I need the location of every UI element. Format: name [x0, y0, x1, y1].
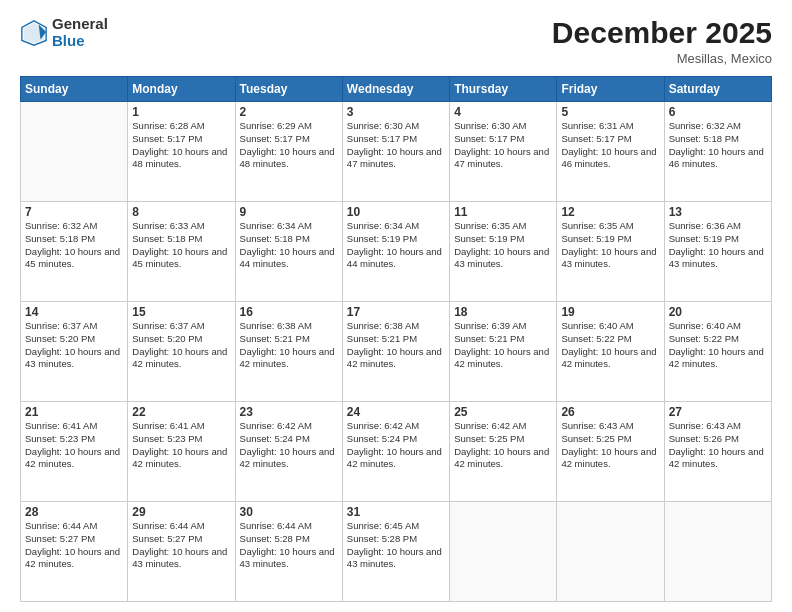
day-info: Sunrise: 6:42 AMSunset: 5:24 PMDaylight:…	[347, 420, 445, 471]
day-info: Sunrise: 6:33 AMSunset: 5:18 PMDaylight:…	[132, 220, 230, 271]
day-number: 27	[669, 405, 767, 419]
calendar-cell: 27Sunrise: 6:43 AMSunset: 5:26 PMDayligh…	[664, 402, 771, 502]
day-number: 15	[132, 305, 230, 319]
day-number: 7	[25, 205, 123, 219]
calendar-cell: 3Sunrise: 6:30 AMSunset: 5:17 PMDaylight…	[342, 102, 449, 202]
calendar-cell	[664, 502, 771, 602]
day-info: Sunrise: 6:29 AMSunset: 5:17 PMDaylight:…	[240, 120, 338, 171]
day-number: 4	[454, 105, 552, 119]
calendar-cell: 28Sunrise: 6:44 AMSunset: 5:27 PMDayligh…	[21, 502, 128, 602]
day-info: Sunrise: 6:43 AMSunset: 5:25 PMDaylight:…	[561, 420, 659, 471]
title-block: December 2025 Mesillas, Mexico	[552, 16, 772, 66]
logo-icon	[20, 19, 48, 47]
calendar-cell: 5Sunrise: 6:31 AMSunset: 5:17 PMDaylight…	[557, 102, 664, 202]
day-number: 20	[669, 305, 767, 319]
calendar-dow-saturday: Saturday	[664, 77, 771, 102]
calendar-cell: 17Sunrise: 6:38 AMSunset: 5:21 PMDayligh…	[342, 302, 449, 402]
calendar-cell: 7Sunrise: 6:32 AMSunset: 5:18 PMDaylight…	[21, 202, 128, 302]
calendar-cell: 18Sunrise: 6:39 AMSunset: 5:21 PMDayligh…	[450, 302, 557, 402]
day-info: Sunrise: 6:35 AMSunset: 5:19 PMDaylight:…	[561, 220, 659, 271]
day-number: 10	[347, 205, 445, 219]
calendar-cell: 14Sunrise: 6:37 AMSunset: 5:20 PMDayligh…	[21, 302, 128, 402]
day-number: 9	[240, 205, 338, 219]
header: General Blue December 2025 Mesillas, Mex…	[20, 16, 772, 66]
calendar-cell: 12Sunrise: 6:35 AMSunset: 5:19 PMDayligh…	[557, 202, 664, 302]
day-info: Sunrise: 6:44 AMSunset: 5:27 PMDaylight:…	[132, 520, 230, 571]
calendar-week-1: 1Sunrise: 6:28 AMSunset: 5:17 PMDaylight…	[21, 102, 772, 202]
calendar-cell: 29Sunrise: 6:44 AMSunset: 5:27 PMDayligh…	[128, 502, 235, 602]
calendar-page: General Blue December 2025 Mesillas, Mex…	[0, 0, 792, 612]
calendar-cell: 2Sunrise: 6:29 AMSunset: 5:17 PMDaylight…	[235, 102, 342, 202]
day-number: 17	[347, 305, 445, 319]
day-info: Sunrise: 6:37 AMSunset: 5:20 PMDaylight:…	[25, 320, 123, 371]
location: Mesillas, Mexico	[552, 51, 772, 66]
calendar-week-2: 7Sunrise: 6:32 AMSunset: 5:18 PMDaylight…	[21, 202, 772, 302]
day-info: Sunrise: 6:30 AMSunset: 5:17 PMDaylight:…	[347, 120, 445, 171]
calendar-cell: 22Sunrise: 6:41 AMSunset: 5:23 PMDayligh…	[128, 402, 235, 502]
day-number: 8	[132, 205, 230, 219]
calendar-cell: 9Sunrise: 6:34 AMSunset: 5:18 PMDaylight…	[235, 202, 342, 302]
day-info: Sunrise: 6:28 AMSunset: 5:17 PMDaylight:…	[132, 120, 230, 171]
day-info: Sunrise: 6:35 AMSunset: 5:19 PMDaylight:…	[454, 220, 552, 271]
day-number: 29	[132, 505, 230, 519]
calendar-cell: 30Sunrise: 6:44 AMSunset: 5:28 PMDayligh…	[235, 502, 342, 602]
day-info: Sunrise: 6:30 AMSunset: 5:17 PMDaylight:…	[454, 120, 552, 171]
calendar-cell: 15Sunrise: 6:37 AMSunset: 5:20 PMDayligh…	[128, 302, 235, 402]
day-number: 23	[240, 405, 338, 419]
day-number: 19	[561, 305, 659, 319]
calendar-week-4: 21Sunrise: 6:41 AMSunset: 5:23 PMDayligh…	[21, 402, 772, 502]
calendar-table: SundayMondayTuesdayWednesdayThursdayFrid…	[20, 76, 772, 602]
calendar-cell: 10Sunrise: 6:34 AMSunset: 5:19 PMDayligh…	[342, 202, 449, 302]
calendar-dow-thursday: Thursday	[450, 77, 557, 102]
calendar-dow-friday: Friday	[557, 77, 664, 102]
calendar-cell: 13Sunrise: 6:36 AMSunset: 5:19 PMDayligh…	[664, 202, 771, 302]
day-number: 13	[669, 205, 767, 219]
calendar-header-row: SundayMondayTuesdayWednesdayThursdayFrid…	[21, 77, 772, 102]
calendar-cell: 25Sunrise: 6:42 AMSunset: 5:25 PMDayligh…	[450, 402, 557, 502]
day-info: Sunrise: 6:32 AMSunset: 5:18 PMDaylight:…	[25, 220, 123, 271]
calendar-cell	[450, 502, 557, 602]
day-number: 31	[347, 505, 445, 519]
day-number: 26	[561, 405, 659, 419]
day-info: Sunrise: 6:37 AMSunset: 5:20 PMDaylight:…	[132, 320, 230, 371]
calendar-cell: 26Sunrise: 6:43 AMSunset: 5:25 PMDayligh…	[557, 402, 664, 502]
day-number: 11	[454, 205, 552, 219]
calendar-cell: 21Sunrise: 6:41 AMSunset: 5:23 PMDayligh…	[21, 402, 128, 502]
logo-general-text: General	[52, 16, 108, 33]
calendar-cell: 20Sunrise: 6:40 AMSunset: 5:22 PMDayligh…	[664, 302, 771, 402]
day-info: Sunrise: 6:31 AMSunset: 5:17 PMDaylight:…	[561, 120, 659, 171]
day-number: 6	[669, 105, 767, 119]
calendar-cell: 16Sunrise: 6:38 AMSunset: 5:21 PMDayligh…	[235, 302, 342, 402]
day-info: Sunrise: 6:32 AMSunset: 5:18 PMDaylight:…	[669, 120, 767, 171]
calendar-week-3: 14Sunrise: 6:37 AMSunset: 5:20 PMDayligh…	[21, 302, 772, 402]
day-info: Sunrise: 6:40 AMSunset: 5:22 PMDaylight:…	[669, 320, 767, 371]
logo: General Blue	[20, 16, 108, 49]
calendar-cell: 19Sunrise: 6:40 AMSunset: 5:22 PMDayligh…	[557, 302, 664, 402]
day-info: Sunrise: 6:34 AMSunset: 5:19 PMDaylight:…	[347, 220, 445, 271]
day-info: Sunrise: 6:34 AMSunset: 5:18 PMDaylight:…	[240, 220, 338, 271]
day-number: 3	[347, 105, 445, 119]
day-info: Sunrise: 6:42 AMSunset: 5:25 PMDaylight:…	[454, 420, 552, 471]
day-info: Sunrise: 6:36 AMSunset: 5:19 PMDaylight:…	[669, 220, 767, 271]
day-number: 2	[240, 105, 338, 119]
day-info: Sunrise: 6:39 AMSunset: 5:21 PMDaylight:…	[454, 320, 552, 371]
calendar-cell: 24Sunrise: 6:42 AMSunset: 5:24 PMDayligh…	[342, 402, 449, 502]
day-info: Sunrise: 6:42 AMSunset: 5:24 PMDaylight:…	[240, 420, 338, 471]
calendar-cell: 1Sunrise: 6:28 AMSunset: 5:17 PMDaylight…	[128, 102, 235, 202]
day-info: Sunrise: 6:44 AMSunset: 5:27 PMDaylight:…	[25, 520, 123, 571]
calendar-cell: 23Sunrise: 6:42 AMSunset: 5:24 PMDayligh…	[235, 402, 342, 502]
day-number: 14	[25, 305, 123, 319]
calendar-dow-tuesday: Tuesday	[235, 77, 342, 102]
day-number: 21	[25, 405, 123, 419]
calendar-dow-wednesday: Wednesday	[342, 77, 449, 102]
day-number: 1	[132, 105, 230, 119]
month-title: December 2025	[552, 16, 772, 49]
day-info: Sunrise: 6:43 AMSunset: 5:26 PMDaylight:…	[669, 420, 767, 471]
logo-text: General Blue	[52, 16, 108, 49]
calendar-week-5: 28Sunrise: 6:44 AMSunset: 5:27 PMDayligh…	[21, 502, 772, 602]
day-number: 16	[240, 305, 338, 319]
calendar-cell	[557, 502, 664, 602]
day-info: Sunrise: 6:41 AMSunset: 5:23 PMDaylight:…	[25, 420, 123, 471]
calendar-dow-monday: Monday	[128, 77, 235, 102]
day-info: Sunrise: 6:45 AMSunset: 5:28 PMDaylight:…	[347, 520, 445, 571]
